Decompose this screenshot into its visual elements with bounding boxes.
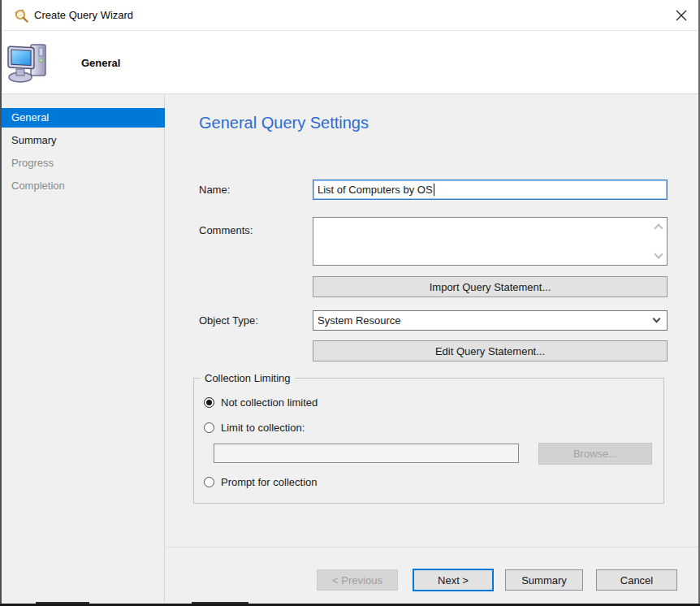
wizard-body: General Summary Progress Completion Gene… (0, 94, 700, 604)
comments-input[interactable] (313, 217, 668, 266)
comments-label: Comments: (199, 224, 253, 236)
radio-label: Limit to collection: (221, 422, 305, 434)
page-title: General Query Settings (199, 114, 369, 132)
close-button[interactable] (668, 3, 695, 28)
next-button[interactable]: Next > (413, 569, 494, 591)
object-type-dropdown[interactable]: System Resource (313, 310, 668, 331)
summary-button[interactable]: Summary (505, 569, 583, 591)
sidebar-item-label: Progress (11, 157, 54, 169)
radio-label: Not collection limited (221, 396, 318, 409)
sidebar-item-general[interactable]: General (0, 108, 165, 128)
scroll-down-arrow-icon[interactable] (654, 249, 663, 258)
query-wizard-icon (13, 7, 29, 24)
wizard-header: General (0, 32, 700, 94)
collection-input (214, 444, 519, 463)
sidebar-item-summary[interactable]: Summary (0, 131, 165, 150)
collection-limiting-group: Collection Limiting Not collection limit… (193, 378, 664, 504)
object-type-value: System Resource (318, 314, 401, 327)
sidebar-item-label: Completion (11, 180, 65, 192)
collection-limiting-title: Collection Limiting (201, 372, 295, 384)
radio-limit-to-collection[interactable]: Limit to collection: (204, 422, 305, 434)
radio-button-icon[interactable] (204, 477, 214, 487)
sidebar-item-label: General (11, 111, 49, 123)
import-query-statement-button[interactable]: Import Query Statement... (313, 276, 668, 297)
radio-button-icon[interactable] (204, 397, 214, 408)
chevron-down-icon (653, 315, 661, 323)
text-caret (434, 184, 434, 196)
radio-label: Prompt for collection (221, 476, 318, 488)
name-input[interactable]: List of Computers by OS (313, 180, 668, 200)
wizard-content: General Query Settings Name: List of Com… (166, 94, 700, 604)
browse-button: Browse... (538, 443, 652, 465)
name-input-value: List of Computers by OS (318, 184, 433, 196)
create-query-wizard-window: Create Query Wizard (0, 0, 700, 606)
edit-query-statement-button[interactable]: Edit Query Statement... (313, 340, 668, 361)
wizard-sidebar: General Summary Progress Completion (0, 94, 165, 604)
sidebar-item-completion: Completion (0, 176, 165, 196)
name-label: Name: (199, 184, 230, 196)
radio-button-icon[interactable] (204, 422, 214, 433)
computer-workstation-icon (6, 40, 52, 85)
radio-not-collection-limited[interactable]: Not collection limited (204, 396, 318, 409)
sidebar-item-progress: Progress (0, 154, 165, 173)
wizard-step-list: General Summary Progress Completion (0, 108, 165, 199)
object-type-label: Object Type: (199, 314, 258, 327)
window-border-left (0, 0, 2, 606)
close-icon (676, 10, 687, 21)
previous-button: < Previous (317, 569, 398, 591)
window-title: Create Query Wizard (34, 9, 133, 21)
scroll-up-arrow-icon[interactable] (654, 223, 663, 232)
header-step-title: General (81, 57, 120, 69)
radio-prompt-for-collection[interactable]: Prompt for collection (204, 476, 318, 488)
footer-button-bar: < Previous Next > Summary Cancel (166, 548, 700, 604)
sidebar-item-label: Summary (11, 134, 57, 146)
title-bar: Create Query Wizard (0, 0, 700, 31)
cancel-button[interactable]: Cancel (596, 569, 677, 591)
